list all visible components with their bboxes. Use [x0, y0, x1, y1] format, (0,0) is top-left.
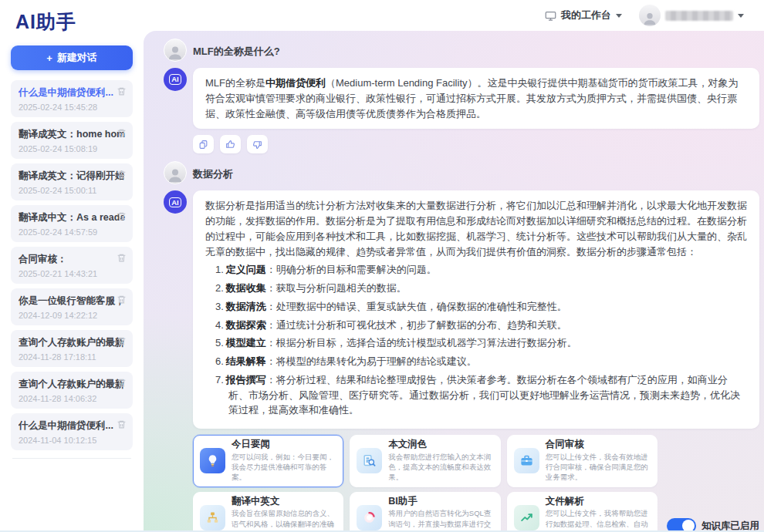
conversation-item[interactable]: 查询个人存款账户的最新... 2024-11-28 17:18:11: [11, 330, 133, 367]
card-translate[interactable]: 翻译中英文我会旨在保留原始信息的含义、语气和风格，以确保翻译的准确性和自然流畅。: [193, 492, 343, 530]
user-menu[interactable]: [639, 5, 744, 26]
list-end-divider: [12, 458, 131, 459]
trash-icon[interactable]: [117, 419, 127, 429]
chevron-down-icon: [616, 14, 622, 18]
card-text-polish[interactable]: 本文润色我会帮助您进行您输入的文本润色，提高文本的流畅度和表达效果。: [350, 435, 500, 487]
toggle-knob: [682, 520, 695, 530]
card-desc: 您可以上传文件，我会有效地进行合同审核，确保合同满足您的业务需求。: [546, 452, 651, 483]
user-message-row: MLF的全称是什么?: [164, 39, 759, 62]
conversation-time: 2025-02-24 15:45:28: [19, 103, 125, 112]
card-title: 文件解析: [546, 497, 651, 507]
answer-intro: 数据分析是指用适当的统计分析方法对收集来的大量数据进行分析，将它们加以汇总和理解…: [205, 200, 747, 257]
step-item: 2.数据收集：获取与分析问题相关的数据。: [205, 281, 747, 296]
conversation-title: 什么是中期借贷便利...: [19, 419, 125, 433]
app-root: AI助手 + 新建对话 什么是中期借贷便利... 2025-02-24 15:4…: [0, 0, 764, 532]
thumbs-up-button[interactable]: [220, 135, 241, 153]
conversation-title: 翻译成中文：As a reader...: [19, 211, 125, 224]
username-redacted: [665, 11, 733, 21]
conversation-title: 翻译成英文：记得刚开始...: [19, 170, 125, 183]
card-file-parse[interactable]: 文件解析您可以上传文件，我将帮助您进行如数据处理、信息检索、自动化办公等。: [507, 492, 658, 530]
conversation-item[interactable]: 翻译成英文：home home 2025-02-24 15:08:19: [11, 122, 133, 159]
briefcase-icon: [514, 448, 539, 473]
card-bi-assistant[interactable]: BI助手将用户的自然语言转化为SQL查询语句，并直接与数据库进行交互，返回智能推…: [350, 492, 500, 530]
ai-message-card: 数据分析是指用适当的统计分析方法对收集来的大量数据进行分析，将它们加以汇总和理解…: [193, 190, 759, 429]
step-item: 1.定义问题：明确分析的目标和需要解决的问题。: [205, 262, 747, 278]
lightbulb-icon: [200, 448, 225, 473]
conversation-time: 2024-11-04 10:12:15: [19, 436, 125, 445]
trend-up-icon: [514, 505, 539, 530]
step-item: 5.模型建立：根据分析目标，选择合适的统计模型或机器学习算法进行数据分析。: [205, 335, 747, 351]
conversation-title: 查询个人存款账户的最新...: [19, 378, 125, 391]
step-item: 7.报告撰写：将分析过程、结果和结论整理成报告，供决策者参考。数据分析在各个领域…: [205, 372, 747, 418]
trash-icon[interactable]: [117, 378, 127, 388]
conversation-item[interactable]: 查询个人存款账户的最新... 2024-11-28 14:06:32: [11, 372, 133, 409]
sidebar: AI助手 + 新建对话 什么是中期借贷便利... 2025-02-24 15:4…: [0, 0, 144, 530]
doc-magnifier-icon: [357, 448, 382, 473]
card-daily-news[interactable]: 今日要闻您可以问我，例如：今日要闻，我会尽力提供准确和可靠的答案。: [193, 435, 343, 487]
card-title: 翻译中英文: [232, 497, 336, 507]
knowledge-toggle[interactable]: [667, 518, 696, 530]
ai-message-card: MLF的全称是中期借贷便利（Medium-term Lending Facili…: [193, 68, 759, 129]
chat-panel: MLF的全称是什么? AI MLF的全称是中期借贷便利（Medium-term …: [144, 31, 764, 530]
conversation-item[interactable]: 合同审核： 2025-02-21 14:43:21: [11, 247, 133, 284]
card-contract-review[interactable]: 合同审核您可以上传文件，我会有效地进行合同审核，确保合同满足您的业务需求。: [507, 435, 658, 487]
conversation-item[interactable]: 什么是中期借贷便利... 2025-02-24 15:45:28: [11, 80, 133, 117]
trash-icon[interactable]: [117, 336, 127, 346]
ai-avatar-label: AI: [169, 197, 182, 208]
trash-icon[interactable]: [117, 128, 127, 138]
conversation-title: 什么是中期借贷便利...: [19, 86, 125, 99]
knowledge-toggle-group: 知识库已启用: [667, 518, 759, 530]
trash-icon[interactable]: [117, 295, 127, 305]
feature-cards-grid: 今日要闻您可以问我，例如：今日要闻，我会尽力提供准确和可靠的答案。 本文润色我会…: [193, 435, 658, 530]
user-message-text: 数据分析: [193, 161, 233, 181]
conversation-item[interactable]: 你是一位银行智能客服，... 2024-12-09 14:22:12: [11, 288, 133, 325]
conversation-title: 你是一位银行智能客服，...: [19, 295, 125, 308]
trash-icon[interactable]: [117, 211, 127, 221]
card-title: 本文润色: [388, 439, 493, 450]
card-desc: 我会帮助您进行您输入的文本润色，提高文本的流畅度和表达效果。: [388, 452, 493, 483]
card-desc: 我会旨在保留原始信息的含义、语气和风格，以确保翻译的准确性和自然流畅。: [232, 508, 336, 530]
new-chat-button[interactable]: + 新建对话: [11, 45, 133, 70]
conversation-time: 2025-02-24 15:08:19: [19, 144, 125, 153]
knowledge-toggle-label: 知识库已启用: [701, 520, 759, 530]
conversation-time: 2024-11-28 17:18:11: [19, 352, 125, 362]
conversation-title: 翻译成英文：home home: [19, 128, 125, 141]
sitemap-icon: [200, 505, 225, 530]
thumbs-down-button[interactable]: [247, 135, 268, 153]
workspace-label: 我的工作台: [561, 8, 611, 22]
monitor-icon: [545, 10, 556, 22]
conversation-title: 合同审核：: [19, 253, 125, 266]
step-item: 6.结果解释：将模型的结果转化为易于理解的结论或建议。: [205, 354, 747, 369]
ai-message-row: AI 数据分析是指用适当的统计分析方法对收集来的大量数据进行分析，将它们加以汇总…: [164, 190, 759, 429]
conversation-time: 2025-02-24 15:00:11: [19, 186, 125, 195]
workspace-menu[interactable]: 我的工作台: [545, 8, 622, 22]
trash-icon[interactable]: [117, 86, 127, 96]
user-avatar: [164, 161, 187, 184]
conversation-time: 2025-02-21 14:43:21: [19, 269, 125, 278]
conversation-item[interactable]: 翻译成英文：记得刚开始... 2025-02-24 15:00:11: [11, 163, 133, 200]
conversation-item[interactable]: 翻译成中文：As a reader... 2025-02-24 14:57:59: [11, 205, 133, 242]
user-message-text: MLF的全称是什么?: [193, 39, 280, 59]
user-avatar: [639, 5, 661, 26]
answer-text-bold: 中期借贷便利: [265, 77, 326, 89]
step-item: 3.数据清洗：处理数据中的错误、重复或缺失值，确保数据的准确性和完整性。: [205, 299, 747, 315]
conversation-time: 2025-02-24 14:57:59: [19, 227, 125, 237]
message-actions: [193, 135, 764, 153]
ai-avatar-label: AI: [169, 74, 182, 85]
plus-icon: +: [46, 52, 52, 64]
conversation-time: 2024-11-28 14:06:32: [19, 394, 125, 403]
new-chat-label: 新建对话: [57, 51, 97, 65]
card-desc: 将用户的自然语言转化为SQL查询语句，并直接与数据库进行交互，返回智能推荐的图表…: [388, 508, 493, 530]
trash-icon[interactable]: [117, 170, 127, 180]
chevron-down-icon: [738, 14, 744, 18]
copy-button[interactable]: [193, 135, 214, 153]
conversation-item[interactable]: 什么是中期借贷便利... 2024-11-04 10:12:15: [11, 413, 133, 450]
step-item: 4.数据探索：通过统计分析和可视化技术，初步了解数据的分布、趋势和关联。: [205, 318, 747, 333]
conversation-list: 什么是中期借贷便利... 2025-02-24 15:45:28 翻译成英文：h…: [11, 80, 133, 459]
card-desc: 您可以问我，例如：今日要闻，我会尽力提供准确和可靠的答案。: [232, 452, 336, 483]
card-title: 合同审核: [546, 439, 651, 450]
topbar: 我的工作台: [144, 0, 764, 31]
ai-message-row: AI MLF的全称是中期借贷便利（Medium-term Lending Fac…: [164, 68, 759, 129]
ai-avatar: AI: [164, 68, 187, 91]
trash-icon[interactable]: [117, 253, 127, 263]
